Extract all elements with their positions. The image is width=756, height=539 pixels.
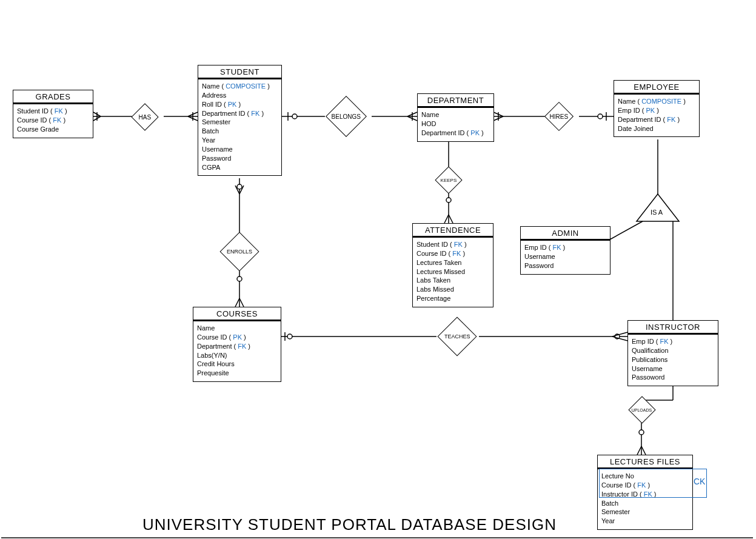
isa-label: IS A [651, 209, 663, 216]
entity-title: ATTENDENCE [413, 224, 493, 238]
attr: Password [202, 154, 278, 163]
svg-line-26 [444, 215, 449, 223]
entity-attrs: Emp ID ( FK )QualificationPublicationsUs… [628, 335, 718, 386]
svg-line-42 [612, 336, 627, 341]
attr: Student ID ( FK ) [416, 240, 489, 249]
svg-point-29 [237, 184, 242, 189]
entity-attrs: Name ( COMPOSITE )AddressRoll ID ( PK )D… [198, 79, 281, 175]
rel-uploads: UPLOADS [632, 400, 652, 420]
attr: Publications [632, 355, 714, 364]
entity-title: DEPARTMENT [418, 94, 493, 108]
attr: Course ID ( PK ) [197, 333, 277, 342]
attr: Emp ID ( FK ) [632, 337, 714, 346]
entity-attrs: Student ID ( FK )Course ID ( FK )Course … [13, 104, 93, 138]
attr: Name [421, 110, 490, 119]
attr: Semester [601, 507, 689, 517]
svg-line-45 [610, 221, 643, 239]
svg-line-34 [235, 298, 239, 307]
entity-attrs: Student ID ( FK )Course ID ( FK )Lecture… [413, 238, 493, 307]
entity-title: ADMIN [521, 227, 610, 241]
svg-point-40 [615, 334, 620, 339]
attr: Percentage [416, 294, 489, 303]
attr: Address [202, 91, 278, 100]
attr: Instructor ID ( FK ) [601, 490, 689, 499]
svg-line-6 [188, 112, 198, 116]
attr: Prequesite [197, 369, 277, 378]
rel-belongs: BELONGS [332, 102, 361, 131]
attr: Course ID ( FK ) [416, 249, 489, 258]
entity-attrs: Lecture NoCourse ID ( FK )Instructor ID … [598, 469, 692, 529]
entity-attendence: ATTENDENCE Student ID ( FK )Course ID ( … [412, 223, 493, 307]
attr: Password [524, 261, 606, 270]
attr: Username [524, 252, 606, 261]
attr: Course ID ( FK ) [17, 116, 89, 125]
attr: Department ID ( PK ) [421, 129, 490, 138]
svg-line-13 [407, 112, 417, 116]
attr: Username [202, 145, 278, 154]
attr: Labs(Y/N) [197, 351, 277, 360]
attr: Labs Missed [416, 285, 489, 294]
svg-marker-44 [637, 194, 679, 221]
entity-title: LECTURES FILES [598, 455, 692, 469]
attr: Emp ID ( FK ) [524, 243, 606, 252]
entity-employee: EMPLOYEE Name ( COMPOSITE )Emp ID ( PK )… [614, 80, 700, 137]
attr: Lectures Missed [416, 267, 489, 276]
entity-lectures-files: LECTURES FILES Lecture NoCourse ID ( FK … [597, 455, 693, 530]
svg-point-52 [639, 430, 644, 435]
entity-courses: COURSES NameCourse ID ( PK )Department (… [193, 307, 281, 382]
entity-admin: ADMIN Emp ID ( FK )UsernamePassword [520, 226, 610, 275]
svg-point-33 [237, 276, 242, 281]
entity-title: GRADES [13, 90, 93, 104]
entity-student: STUDENT Name ( COMPOSITE )AddressRoll ID… [198, 65, 282, 176]
entity-grades: GRADES Student ID ( FK )Course ID ( FK )… [13, 90, 93, 138]
attr: Department ( FK ) [197, 342, 277, 351]
entity-attrs: Name ( COMPOSITE )Emp ID ( PK )Departmen… [614, 95, 699, 136]
attr: Student ID ( FK ) [17, 107, 89, 116]
attr: Year [202, 136, 278, 145]
entity-title: COURSES [193, 307, 281, 321]
svg-line-14 [407, 116, 417, 121]
svg-line-17 [493, 112, 503, 116]
attr: CGPA [202, 163, 278, 172]
attr: Batch [202, 127, 278, 136]
entity-attrs: Emp ID ( FK )UsernamePassword [521, 241, 610, 274]
attr: Date Joined [618, 124, 695, 133]
attr: Name [197, 324, 277, 333]
attr: Department ID ( FK ) [202, 109, 278, 118]
rel-teaches: TEACHES [443, 323, 471, 350]
attr: Year [601, 517, 689, 526]
entity-title: STUDENT [198, 65, 281, 79]
entity-attrs: NameCourse ID ( PK )Department ( FK )Lab… [193, 321, 281, 381]
attr: Course ID ( FK ) [601, 481, 689, 490]
entity-title: INSTRUCTOR [628, 321, 718, 335]
attr: Department ID ( FK ) [618, 115, 695, 124]
svg-point-21 [598, 114, 603, 119]
svg-line-54 [641, 446, 646, 455]
svg-line-7 [188, 116, 198, 121]
attr: Credit Hours [197, 360, 277, 369]
attr: Lecture No [601, 472, 689, 481]
attr: Course Grade [17, 125, 89, 134]
entity-attrs: NameHODDepartment ID ( PK ) [418, 108, 493, 141]
svg-line-35 [239, 298, 244, 307]
ck-label: CK [694, 477, 705, 486]
svg-point-37 [287, 334, 292, 339]
attr: Roll ID ( PK ) [202, 100, 278, 109]
attr: Username [632, 364, 714, 373]
attr: HOD [421, 119, 490, 129]
attr: Batch [601, 499, 689, 508]
attr: Passoword [632, 373, 714, 382]
svg-point-25 [446, 198, 451, 203]
entity-title: EMPLOYEE [614, 81, 699, 95]
attr: Emp ID ( PK ) [618, 106, 695, 115]
svg-line-27 [449, 215, 453, 223]
rel-keeps: KEEPS [439, 170, 458, 190]
attr: Name ( COMPOSITE ) [618, 97, 695, 106]
attr: Qualification [632, 346, 714, 355]
attr: Lectures Taken [416, 258, 489, 267]
svg-line-41 [612, 332, 627, 336]
svg-point-10 [292, 114, 297, 119]
svg-line-31 [239, 186, 244, 194]
rel-hires: HIRES [549, 106, 569, 127]
attr: Semester [202, 118, 278, 127]
